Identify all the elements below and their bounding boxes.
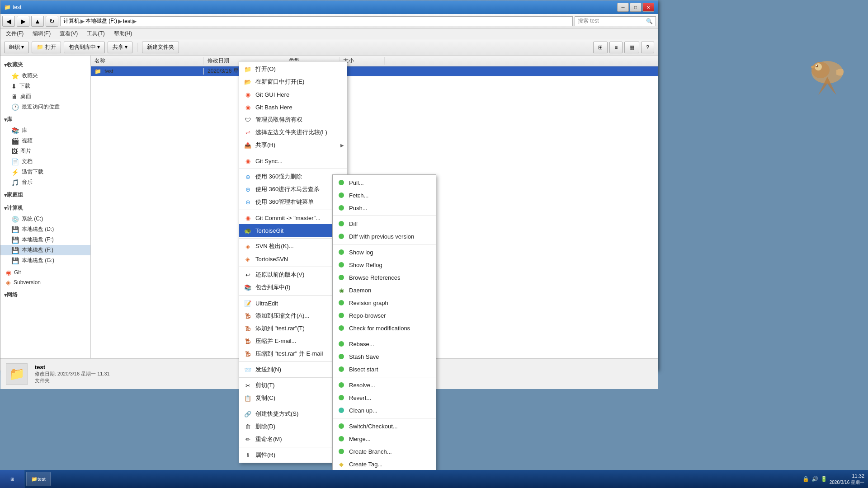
ctx-compare-left[interactable]: ⇌ 选择左边文件夹进行比较(L) xyxy=(239,126,347,139)
sidebar-item-desktop[interactable]: 🖥 桌面 xyxy=(0,91,90,102)
forward-button[interactable]: ▶ xyxy=(17,16,29,27)
tgit-show-reflog[interactable]: Show Reflog xyxy=(333,258,436,271)
sidebar-item-g-drive[interactable]: 💾 本地磁盘 (G:) xyxy=(0,255,90,266)
up-button[interactable]: ▲ xyxy=(31,16,44,27)
sidebar-item-c-drive[interactable]: 💿 系统 (C:) xyxy=(0,214,90,224)
sidebar-item-pictures[interactable]: 🖼 图片 xyxy=(0,146,90,156)
ctx-share[interactable]: 📤 共享(H) ▶ xyxy=(239,139,347,151)
ctx-add-to-archive[interactable]: 🗜 添加到压缩文件(A)... xyxy=(239,310,347,322)
tgit-stash-save[interactable]: Stash Save xyxy=(333,350,436,363)
sidebar-item-documents[interactable]: 📄 文档 xyxy=(0,156,90,167)
ctx-git-commit[interactable]: ◉ Git Commit -> "master"... xyxy=(239,211,347,224)
ctx-compress-rar-email[interactable]: 🗜 压缩到 "test.rar" 并 E-mail xyxy=(239,347,347,360)
ctx-360-scan[interactable]: ⊕ 使用 360进行木马云查杀 xyxy=(239,183,347,196)
sidebar-item-git[interactable]: ◉ Git xyxy=(0,267,90,277)
tgit-push[interactable]: Push... xyxy=(333,202,436,214)
tgit-diff-prev[interactable]: Diff with previous version xyxy=(333,230,436,243)
tgit-repo-browser[interactable]: Repo-browser xyxy=(333,309,436,322)
ctx-open-new-window[interactable]: 📂 在新窗口中打开(E) xyxy=(239,75,347,88)
share-button[interactable]: 共享 ▾ xyxy=(108,42,132,53)
include-to-lib-button[interactable]: 包含到库中 ▾ xyxy=(64,42,105,53)
menu-view[interactable]: 查看(V) xyxy=(58,29,80,38)
ctx-open[interactable]: 📁 打开(O) xyxy=(239,63,347,75)
tgit-revision-graph[interactable]: Revision graph xyxy=(333,296,436,309)
tgit-check-mods[interactable]: Check for modifications xyxy=(333,322,436,334)
table-row[interactable]: 📁 test 2020/3/16 星期一... 文件夹 xyxy=(91,66,658,76)
organize-button[interactable]: 组织 ▾ xyxy=(4,42,29,53)
open-button[interactable]: 📁 打开 xyxy=(32,42,61,53)
ctx-git-sync[interactable]: ◉ Git Sync... xyxy=(239,155,347,167)
menu-help[interactable]: 帮助(H) xyxy=(112,29,134,38)
tgit-diff[interactable]: Diff xyxy=(333,217,436,230)
taskbar-explorer[interactable]: 📁 test xyxy=(26,472,51,486)
sidebar-item-svn[interactable]: ◈ Subversion xyxy=(0,277,90,287)
tgit-create-branch[interactable]: Create Branch... xyxy=(333,445,436,458)
view-medium-icons-button[interactable]: ≡ xyxy=(609,42,623,53)
ctx-rename[interactable]: ✏ 重命名(M) xyxy=(239,433,347,446)
preview-pane-button[interactable]: ▦ xyxy=(624,42,639,53)
sidebar-computer-header[interactable]: ▾ 计算机 xyxy=(0,202,90,214)
refresh-button[interactable]: ↻ xyxy=(46,16,58,27)
ctx-admin-owner[interactable]: 🛡 管理员取得所有权 xyxy=(239,113,347,126)
sidebar-item-e-drive[interactable]: 💾 本地磁盘 (E:) xyxy=(0,235,90,245)
sidebar-item-f-drive[interactable]: 💾 本地磁盘 (F:) xyxy=(0,245,90,255)
ctx-copy[interactable]: 📋 复制(C) xyxy=(239,392,347,404)
sidebar-item-downloads[interactable]: ⬇ 下载 xyxy=(0,81,90,91)
ctx-include-lib[interactable]: 📚 包含到库中(I) ▶ xyxy=(239,281,347,294)
ctx-delete[interactable]: 🗑 删除(D) xyxy=(239,420,347,433)
tgit-fetch[interactable]: Fetch... xyxy=(333,189,436,202)
help-button[interactable]: ? xyxy=(641,42,654,53)
sidebar-item-video[interactable]: 🎬 视频 xyxy=(0,136,90,146)
sidebar-library-header[interactable]: ▾ 库 xyxy=(0,114,90,125)
tgit-show-log[interactable]: Show log xyxy=(333,246,436,258)
ctx-cut[interactable]: ✂ 剪切(T) xyxy=(239,379,347,392)
tgit-bisect-start[interactable]: Bisect start xyxy=(333,363,436,375)
minimize-button[interactable]: ─ xyxy=(617,3,629,12)
ctx-create-shortcut[interactable]: 🔗 创建快捷方式(S) xyxy=(239,408,347,420)
tgit-switch-checkout[interactable]: Switch/Checkout... xyxy=(333,420,436,432)
tgit-create-tag[interactable]: ◆ Create Tag... xyxy=(333,458,436,470)
ctx-tortoisesvn[interactable]: ◈ TortoiseSVN ▶ xyxy=(239,253,347,265)
ctx-360-manage[interactable]: ⊕ 使用 360管理右键菜单 xyxy=(239,196,347,208)
menu-tools[interactable]: 工具(T) xyxy=(85,29,106,38)
tgit-browse-refs[interactable]: Browse References xyxy=(333,271,436,284)
ctx-send-to[interactable]: 📨 发送到(N) ▶ xyxy=(239,363,347,376)
column-name[interactable]: 名称 xyxy=(91,57,204,65)
view-large-icons-button[interactable]: ⊞ xyxy=(593,42,608,53)
ctx-properties[interactable]: ℹ 属性(R) xyxy=(239,449,347,461)
ctx-git-bash[interactable]: ◉ Git Bash Here xyxy=(239,101,347,113)
ctx-360-delete[interactable]: ⊕ 使用 360强力删除 xyxy=(239,170,347,183)
sidebar-item-lib[interactable]: 📚 库 xyxy=(0,125,90,136)
ctx-ultraedit[interactable]: 📝 UltraEdit xyxy=(239,297,347,310)
sidebar-favorites-header[interactable]: ▾ 收藏夹 xyxy=(0,59,90,70)
sidebar-item-favorites[interactable]: ⭐ 收藏夹 xyxy=(0,70,90,81)
address-bar[interactable]: 计算机 ▶ 本地磁盘 (F:) ▶ test ▶ xyxy=(60,16,573,26)
tgit-daemon[interactable]: ◉ Daemon xyxy=(333,284,436,296)
tgit-merge[interactable]: Merge... xyxy=(333,432,436,445)
ctx-restore-prev[interactable]: ↩ 还原以前的版本(V) xyxy=(239,268,347,281)
start-button[interactable]: ⊞ xyxy=(0,470,24,488)
ctx-add-to-rar[interactable]: 🗜 添加到 "test.rar"(T) xyxy=(239,322,347,335)
tgit-cleanup[interactable]: Clean up... xyxy=(333,404,436,417)
tgit-revert[interactable]: Revert... xyxy=(333,391,436,404)
ctx-tortoisegit[interactable]: 🐢 TortoiseGit ▶ xyxy=(239,224,347,237)
sidebar-item-d-drive[interactable]: 💾 本地磁盘 (D:) xyxy=(0,224,90,235)
tgit-rebase[interactable]: Rebase... xyxy=(333,338,436,350)
ctx-compress-email[interactable]: 🗜 压缩并 E-mail... xyxy=(239,335,347,347)
ctx-git-gui[interactable]: ◉ Git GUI Here xyxy=(239,88,347,101)
close-button[interactable]: ✕ xyxy=(642,3,654,12)
menu-edit[interactable]: 编辑(E) xyxy=(31,29,52,38)
ctx-svn-checkout[interactable]: ◈ SVN 检出(K)... xyxy=(239,240,347,253)
tgit-resolve[interactable]: Resolve... xyxy=(333,379,436,391)
maximize-button[interactable]: □ xyxy=(630,3,642,12)
menu-file[interactable]: 文件(F) xyxy=(4,29,25,38)
sidebar-item-music[interactable]: 🎵 音乐 xyxy=(0,177,90,188)
sidebar-homegroup-header[interactable]: ▾ 家庭组 xyxy=(0,189,90,201)
tgit-pull[interactable]: Pull... xyxy=(333,176,436,189)
new-folder-button[interactable]: 新建文件夹 xyxy=(142,42,179,53)
back-button[interactable]: ◀ xyxy=(2,16,15,27)
search-bar[interactable]: 搜索 test 🔍 xyxy=(575,16,656,26)
sidebar-item-xunlei[interactable]: ⚡ 迅雷下载 xyxy=(0,167,90,177)
sidebar-network-header[interactable]: ▾ 网络 xyxy=(0,289,90,300)
sidebar-item-recent[interactable]: 🕐 最近访问的位置 xyxy=(0,102,90,112)
